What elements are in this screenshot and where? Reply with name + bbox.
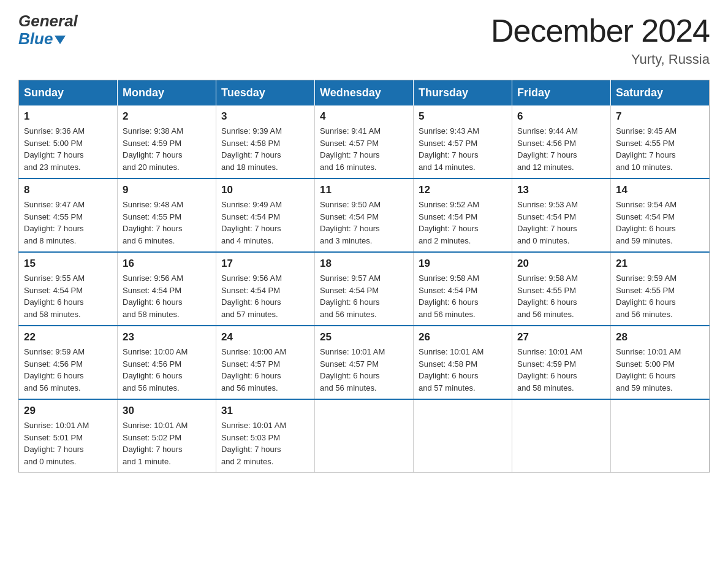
- day-number: 20: [517, 258, 605, 270]
- weekday-header-thursday: Thursday: [414, 80, 512, 106]
- calendar-day-cell: 18Sunrise: 9:57 AMSunset: 4:54 PMDayligh…: [315, 252, 414, 326]
- calendar-day-cell: 30Sunrise: 10:01 AMSunset: 5:02 PMDaylig…: [118, 399, 216, 473]
- calendar-day-cell: 13Sunrise: 9:53 AMSunset: 4:54 PMDayligh…: [512, 178, 611, 252]
- calendar-day-cell: 15Sunrise: 9:55 AMSunset: 4:54 PMDayligh…: [19, 252, 118, 326]
- calendar-day-cell: 26Sunrise: 10:01 AMSunset: 4:58 PMDaylig…: [414, 326, 512, 399]
- day-number: 13: [517, 184, 605, 196]
- day-number: 6: [517, 110, 605, 123]
- calendar-day-cell: 31Sunrise: 10:01 AMSunset: 5:03 PMDaylig…: [216, 399, 315, 473]
- day-info: Sunrise: 9:38 AMSunset: 4:59 PMDaylight:…: [123, 125, 211, 173]
- calendar-day-cell: 27Sunrise: 10:01 AMSunset: 4:59 PMDaylig…: [512, 326, 611, 399]
- calendar-day-cell: 7Sunrise: 9:45 AMSunset: 4:55 PMDaylight…: [611, 105, 710, 178]
- calendar-day-cell: 16Sunrise: 9:56 AMSunset: 4:54 PMDayligh…: [118, 252, 216, 326]
- calendar-day-cell: 5Sunrise: 9:43 AMSunset: 4:57 PMDaylight…: [414, 105, 512, 178]
- calendar-day-cell: [611, 399, 710, 473]
- calendar-day-cell: 1Sunrise: 9:36 AMSunset: 5:00 PMDaylight…: [19, 105, 118, 178]
- day-info: Sunrise: 9:54 AMSunset: 4:54 PMDaylight:…: [616, 199, 704, 247]
- calendar-day-cell: 24Sunrise: 10:00 AMSunset: 4:57 PMDaylig…: [216, 326, 315, 399]
- day-info: Sunrise: 9:58 AMSunset: 4:54 PMDaylight:…: [419, 272, 507, 320]
- day-number: 31: [221, 405, 309, 417]
- calendar-week-row: 29Sunrise: 10:01 AMSunset: 5:01 PMDaylig…: [19, 399, 710, 473]
- weekday-header-row: SundayMondayTuesdayWednesdayThursdayFrid…: [19, 80, 710, 106]
- calendar-day-cell: 9Sunrise: 9:48 AMSunset: 4:55 PMDaylight…: [118, 178, 216, 252]
- calendar-day-cell: 10Sunrise: 9:49 AMSunset: 4:54 PMDayligh…: [216, 178, 315, 252]
- calendar-day-cell: [512, 399, 611, 473]
- day-info: Sunrise: 9:59 AMSunset: 4:56 PMDaylight:…: [24, 346, 112, 394]
- day-number: 18: [320, 258, 408, 270]
- day-info: Sunrise: 9:39 AMSunset: 4:58 PMDaylight:…: [221, 125, 309, 173]
- day-info: Sunrise: 10:01 AMSunset: 5:02 PMDaylight…: [123, 419, 211, 467]
- day-number: 11: [320, 184, 408, 196]
- day-number: 3: [221, 110, 309, 123]
- day-info: Sunrise: 10:01 AMSunset: 5:00 PMDaylight…: [616, 346, 704, 394]
- day-number: 16: [123, 258, 211, 270]
- day-info: Sunrise: 10:01 AMSunset: 5:01 PMDaylight…: [24, 419, 112, 467]
- calendar-week-row: 8Sunrise: 9:47 AMSunset: 4:55 PMDaylight…: [19, 178, 710, 252]
- day-number: 28: [616, 331, 704, 343]
- day-number: 12: [419, 184, 507, 196]
- calendar-day-cell: 17Sunrise: 9:56 AMSunset: 4:54 PMDayligh…: [216, 252, 315, 326]
- day-info: Sunrise: 9:59 AMSunset: 4:55 PMDaylight:…: [616, 272, 704, 320]
- day-number: 5: [419, 110, 507, 123]
- day-number: 27: [517, 331, 605, 343]
- logo-blue: Blue: [18, 30, 53, 48]
- calendar-day-cell: 2Sunrise: 9:38 AMSunset: 4:59 PMDaylight…: [118, 105, 216, 178]
- calendar-day-cell: 28Sunrise: 10:01 AMSunset: 5:00 PMDaylig…: [611, 326, 710, 399]
- calendar-day-cell: [315, 399, 414, 473]
- calendar-day-cell: 14Sunrise: 9:54 AMSunset: 4:54 PMDayligh…: [611, 178, 710, 252]
- weekday-header-tuesday: Tuesday: [216, 80, 315, 106]
- calendar-day-cell: 29Sunrise: 10:01 AMSunset: 5:01 PMDaylig…: [19, 399, 118, 473]
- calendar-week-row: 15Sunrise: 9:55 AMSunset: 4:54 PMDayligh…: [19, 252, 710, 326]
- calendar-day-cell: 21Sunrise: 9:59 AMSunset: 4:55 PMDayligh…: [611, 252, 710, 326]
- day-info: Sunrise: 9:47 AMSunset: 4:55 PMDaylight:…: [24, 199, 112, 247]
- day-number: 14: [616, 184, 704, 196]
- logo-triangle-icon: [55, 36, 66, 44]
- calendar-day-cell: 3Sunrise: 9:39 AMSunset: 4:58 PMDaylight…: [216, 105, 315, 178]
- calendar-day-cell: [414, 399, 512, 473]
- day-info: Sunrise: 9:48 AMSunset: 4:55 PMDaylight:…: [123, 199, 211, 247]
- day-info: Sunrise: 9:58 AMSunset: 4:55 PMDaylight:…: [517, 272, 605, 320]
- day-info: Sunrise: 10:01 AMSunset: 5:03 PMDaylight…: [221, 419, 309, 467]
- day-info: Sunrise: 9:49 AMSunset: 4:54 PMDaylight:…: [221, 199, 309, 247]
- calendar-week-row: 22Sunrise: 9:59 AMSunset: 4:56 PMDayligh…: [19, 326, 710, 399]
- day-info: Sunrise: 10:01 AMSunset: 4:58 PMDaylight…: [419, 346, 507, 394]
- day-info: Sunrise: 9:56 AMSunset: 4:54 PMDaylight:…: [123, 272, 211, 320]
- day-number: 24: [221, 331, 309, 343]
- calendar-day-cell: 19Sunrise: 9:58 AMSunset: 4:54 PMDayligh…: [414, 252, 512, 326]
- day-info: Sunrise: 9:53 AMSunset: 4:54 PMDaylight:…: [517, 199, 605, 247]
- day-number: 2: [123, 110, 211, 123]
- weekday-header-friday: Friday: [512, 80, 611, 106]
- day-number: 1: [24, 110, 112, 123]
- logo-general: General: [18, 12, 78, 30]
- calendar-day-cell: 20Sunrise: 9:58 AMSunset: 4:55 PMDayligh…: [512, 252, 611, 326]
- calendar-day-cell: 23Sunrise: 10:00 AMSunset: 4:56 PMDaylig…: [118, 326, 216, 399]
- day-number: 23: [123, 331, 211, 343]
- day-number: 10: [221, 184, 309, 196]
- weekday-header-wednesday: Wednesday: [315, 80, 414, 106]
- day-info: Sunrise: 9:44 AMSunset: 4:56 PMDaylight:…: [517, 125, 605, 173]
- day-number: 15: [24, 258, 112, 270]
- weekday-header-sunday: Sunday: [19, 80, 118, 106]
- day-number: 30: [123, 405, 211, 417]
- day-info: Sunrise: 9:56 AMSunset: 4:54 PMDaylight:…: [221, 272, 309, 320]
- day-number: 17: [221, 258, 309, 270]
- day-info: Sunrise: 9:52 AMSunset: 4:54 PMDaylight:…: [419, 199, 507, 247]
- day-number: 8: [24, 184, 112, 196]
- day-number: 9: [123, 184, 211, 196]
- page-header: General Blue December 2024 Yurty, Russia: [18, 12, 710, 67]
- calendar-day-cell: 6Sunrise: 9:44 AMSunset: 4:56 PMDaylight…: [512, 105, 611, 178]
- day-info: Sunrise: 10:00 AMSunset: 4:56 PMDaylight…: [123, 346, 211, 394]
- calendar-table: SundayMondayTuesdayWednesdayThursdayFrid…: [18, 80, 710, 473]
- calendar-subtitle: Yurty, Russia: [491, 52, 710, 67]
- day-info: Sunrise: 10:01 AMSunset: 4:57 PMDaylight…: [320, 346, 408, 394]
- day-info: Sunrise: 9:50 AMSunset: 4:54 PMDaylight:…: [320, 199, 408, 247]
- day-info: Sunrise: 10:01 AMSunset: 4:59 PMDaylight…: [517, 346, 605, 394]
- title-area: December 2024 Yurty, Russia: [491, 12, 710, 67]
- day-info: Sunrise: 9:57 AMSunset: 4:54 PMDaylight:…: [320, 272, 408, 320]
- day-info: Sunrise: 9:55 AMSunset: 4:54 PMDaylight:…: [24, 272, 112, 320]
- day-info: Sunrise: 9:43 AMSunset: 4:57 PMDaylight:…: [419, 125, 507, 173]
- day-number: 19: [419, 258, 507, 270]
- day-info: Sunrise: 10:00 AMSunset: 4:57 PMDaylight…: [221, 346, 309, 394]
- day-number: 21: [616, 258, 704, 270]
- day-number: 29: [24, 405, 112, 417]
